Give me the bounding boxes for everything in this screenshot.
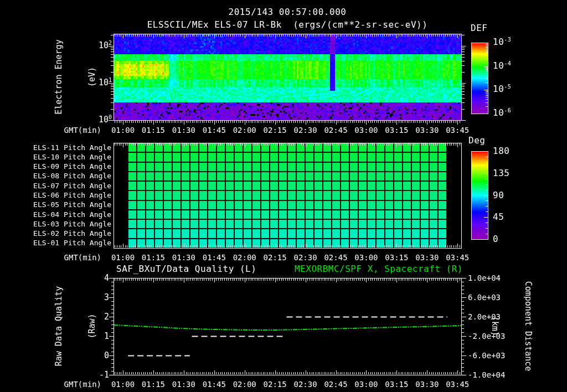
time-tick-label: 02:45 [324, 380, 347, 389]
gmt-min-label-row3: GMT(min) [64, 380, 101, 389]
energy-tick-label: 102 [99, 40, 112, 50]
pitch-row-label-4: ELS-04 Pitch Angle [33, 211, 111, 219]
plot-subtitle: ELSSCIL/MEx ELS-07 LR-Bk (ergs/(cm**2-sr… [147, 20, 428, 30]
time-tick-label: 01:00 [111, 253, 135, 262]
pitch-row-label-6: ELS-06 Pitch Angle [33, 192, 111, 200]
def-colorbar-tick-label: 10-6 [493, 107, 511, 118]
time-tick-label: 03:00 [354, 126, 378, 135]
time-tick-label: 02:15 [264, 380, 287, 389]
pitch-row-label-11: ELS-11 Pitch Angle [33, 144, 111, 152]
quality-tick-label: 4 [104, 274, 109, 283]
time-tick-label: 02:30 [294, 253, 317, 262]
distance-tick-label: -2.0e+03 [468, 332, 505, 341]
time-tick-label: 01:30 [172, 380, 195, 389]
pitch-row-label-7: ELS-07 Pitch Angle [33, 182, 111, 190]
quality-tick-label: 2 [104, 312, 109, 322]
energy-axis-title-line1: Electron Energy [53, 0, 64, 160]
quality-tick-label: 3 [104, 293, 109, 302]
pitch-row-label-8: ELS-08 Pitch Angle [33, 172, 111, 180]
time-tick-label: 03:15 [385, 253, 408, 262]
deg-colorbar-tick-label: 90 [493, 190, 504, 200]
def-colorbar-title: DEF [471, 23, 487, 33]
time-tick-label: 03:15 [385, 126, 408, 135]
panel3-title-right: MEXORBMC/SPF X, Spacecraft (R) [295, 264, 463, 274]
pitch-row-label-1: ELS-01 Pitch Angle [33, 239, 111, 247]
time-tick-label: 03:45 [446, 380, 469, 389]
time-tick-label: 03:30 [415, 253, 439, 262]
energy-tick-label: 100 [99, 114, 112, 125]
time-tick-label: 03:00 [354, 380, 378, 389]
time-tick-label: 02:00 [233, 126, 256, 135]
deg-colorbar-tick-label: 135 [493, 168, 509, 178]
time-tick-label: 01:45 [203, 126, 226, 135]
time-tick-label: 03:45 [446, 253, 469, 262]
def-colorbar-tick-label: 10-4 [493, 60, 511, 71]
deg-colorbar-tick-label: 45 [493, 212, 504, 222]
distance-axis-title: Component Distance (km) [534, 243, 556, 392]
distance-tick-label: 1.0e+04 [468, 274, 501, 282]
quality-axis-title: Raw Data Quality (Raw) [31, 243, 53, 392]
time-tick-label: 03:30 [415, 380, 439, 389]
time-tick-label: 01:30 [172, 253, 195, 262]
distance-tick-label: 6.0e+03 [468, 293, 501, 302]
def-colorbar-tick-label: 10-3 [493, 37, 511, 48]
pitch-row-label-5: ELS-05 Pitch Angle [33, 201, 111, 209]
pitch-row-label-10: ELS-10 Pitch Angle [33, 153, 111, 162]
time-tick-label: 02:45 [324, 253, 347, 262]
time-tick-label: 01:00 [111, 126, 135, 135]
time-tick-label: 01:15 [142, 380, 165, 389]
time-tick-label: 02:45 [324, 126, 347, 135]
energy-axis-title: Electron Energy (eV) [31, 0, 53, 160]
time-tick-label: 02:30 [294, 380, 317, 389]
deg-colorbar-tick-label: 180 [493, 146, 509, 156]
time-tick-label: 01:30 [172, 126, 195, 135]
gmt-min-label-row2: GMT(min) [64, 253, 101, 262]
time-tick-label: 02:00 [233, 253, 256, 262]
time-tick-label: 03:00 [354, 253, 378, 262]
pitch-row-label-9: ELS-09 Pitch Angle [33, 163, 111, 171]
panel3-title-left: SAF_BXuT/Data Quality (L) [116, 264, 256, 274]
quality-axis-title-line1: Raw Data Quality [53, 243, 64, 392]
quality-tick-label: 1 [104, 332, 109, 341]
time-tick-label: 01:45 [203, 380, 226, 389]
time-tick-label: 01:00 [111, 380, 135, 389]
distance-tick-label: -1.0e+04 [468, 370, 505, 379]
spectrogram-display-window: 2015/143 00:57:00.000 ELSSCIL/MEx ELS-07… [0, 0, 567, 392]
time-tick-label: 02:00 [233, 380, 256, 389]
time-tick-label: 02:15 [264, 253, 287, 262]
time-tick-label: 03:45 [446, 126, 469, 135]
def-colorbar-tick-label: 10-5 [493, 84, 511, 95]
pitch-row-label-2: ELS-02 Pitch Angle [33, 230, 111, 238]
quality-tick-label: 0 [104, 351, 109, 360]
quality-axis-title-line2: (Raw) [86, 243, 97, 392]
distance-tick-label: 2.0e+03 [468, 312, 501, 321]
time-tick-label: 01:15 [142, 126, 165, 135]
deg-colorbar-title: Deg [468, 136, 485, 146]
quality-tick-label: -1 [99, 370, 109, 380]
page-title: 2015/143 00:57:00.000 [229, 7, 347, 17]
deg-colorbar-tick-label: 0 [493, 234, 498, 244]
time-tick-label: 02:30 [294, 126, 317, 135]
distance-axis-title-line1: Component Distance [523, 243, 534, 392]
time-tick-label: 02:15 [264, 126, 287, 135]
time-tick-label: 01:15 [142, 253, 165, 262]
distance-tick-label: -6.0e+03 [468, 351, 505, 360]
gmt-min-label-row1: GMT(min) [64, 126, 101, 135]
pitch-row-label-3: ELS-03 Pitch Angle [33, 220, 111, 229]
energy-tick-label: 101 [99, 77, 112, 87]
time-tick-label: 03:30 [415, 126, 439, 135]
time-tick-label: 03:15 [385, 380, 408, 389]
energy-axis-title-line2: (eV) [86, 0, 97, 160]
time-tick-label: 01:45 [203, 253, 226, 262]
